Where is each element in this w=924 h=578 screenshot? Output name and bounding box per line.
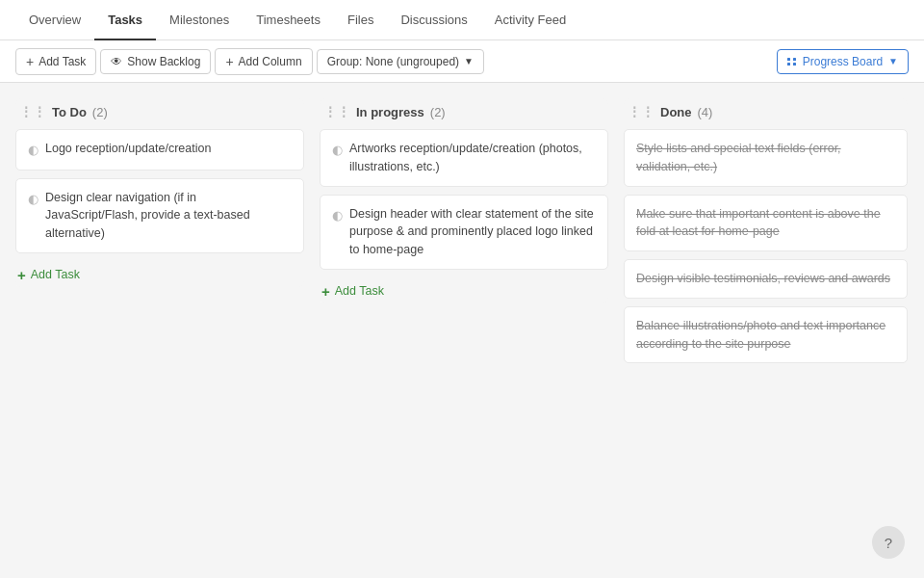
plus-icon-todo: + [17,267,26,283]
card-todo-1-text: Logo reception/update/creation [45,140,292,158]
column-todo-header: ⋮⋮ To Do (2) [15,98,304,129]
plus-icon: + [26,54,34,69]
add-column-button[interactable]: + Add Column [215,48,312,75]
column-inprogress-header: ⋮⋮ In progress (2) [320,98,608,129]
column-done-title: Done [660,105,692,119]
task-icon-todo-1: ◐ [28,141,38,160]
progress-board-button[interactable]: Progress Board ▼ [777,49,909,74]
column-inprogress-title: In progress [356,105,424,119]
column-inprogress-count: (2) [430,105,446,119]
card-done-2-text: Make sure that important content is abov… [636,207,881,239]
column-done-cards: Style lists and special text fields (err… [624,129,908,363]
add-task-inprogress-button[interactable]: + Add Task [320,279,608,303]
drag-handle-inprogress[interactable]: ⋮⋮ [323,104,350,119]
card-done-3-text: Design visible testimonials, reviews and… [636,272,890,285]
drag-handle-done[interactable]: ⋮⋮ [628,104,654,119]
group-dropdown[interactable]: Group: None (ungrouped) ▼ [317,49,484,74]
tab-overview[interactable]: Overview [15,0,94,40]
tab-discussions[interactable]: Discussions [387,0,480,40]
add-column-label: Add Column [239,55,302,68]
nav-tabs: Overview Tasks Milestones Timesheets Fil… [0,0,924,40]
tab-milestones[interactable]: Milestones [156,0,243,40]
card-done-3[interactable]: Design visible testimonials, reviews and… [624,259,908,299]
progress-board-chevron: ▼ [888,56,898,66]
help-button[interactable]: ? [872,526,905,559]
column-todo-count: (2) [92,105,108,119]
task-icon-todo-2: ◐ [28,190,38,209]
show-backlog-label: Show Backlog [127,55,200,68]
card-todo-2[interactable]: ◐ Design clear navigation (if in JavaScr… [15,178,304,253]
drag-handle-todo[interactable]: ⋮⋮ [19,104,46,119]
add-task-ip-label: Add Task [335,284,384,298]
task-icon-ip-1: ◐ [332,141,343,160]
add-task-todo-label: Add Task [31,268,80,281]
add-task-todo-button[interactable]: + Add Task [15,263,304,287]
tab-tasks[interactable]: Tasks [94,0,156,40]
card-todo-1[interactable]: ◐ Logo reception/update/creation [15,129,304,171]
progress-board-label: Progress Board [803,55,883,68]
card-ip-2[interactable]: ◐ Design header with clear statement of … [320,195,608,270]
column-todo-title: To Do [52,105,87,119]
card-ip-2-text: Design header with clear statement of th… [349,205,596,259]
column-inprogress-cards: ◐ Artworks reception/update/creation (ph… [320,129,608,270]
tab-files[interactable]: Files [334,0,387,40]
show-backlog-button[interactable]: 👁 Show Backlog [100,49,211,74]
card-done-4[interactable]: Balance illustrations/photo and text imp… [624,306,908,364]
board-area: ⋮⋮ To Do (2) ◐ Logo reception/update/cre… [0,83,924,578]
help-label: ? [885,535,892,551]
card-ip-1[interactable]: ◐ Artworks reception/update/creation (ph… [320,129,608,187]
column-todo: ⋮⋮ To Do (2) ◐ Logo reception/update/cre… [15,98,304,287]
column-done-header: ⋮⋮ Done (4) [624,98,908,129]
card-todo-2-text: Design clear navigation (if in JavaScrip… [45,189,292,243]
progress-board-icon [787,58,797,66]
eye-icon: 👁 [111,55,122,68]
card-done-2[interactable]: Make sure that important content is abov… [624,195,908,252]
add-task-label: Add Task [38,55,86,68]
add-task-button[interactable]: + Add Task [15,48,96,75]
toolbar: + Add Task 👁 Show Backlog + Add Column G… [0,40,924,83]
card-done-4-text: Balance illustrations/photo and text imp… [636,319,886,351]
column-done-count: (4) [698,105,713,119]
card-ip-1-text: Artworks reception/update/creation (phot… [349,140,596,176]
tab-activity-feed[interactable]: Activity Feed [481,0,579,40]
tab-timesheets[interactable]: Timesheets [243,0,334,40]
card-done-1-text: Style lists and special text fields (err… [636,142,841,173]
chevron-down-icon: ▼ [464,56,474,66]
column-inprogress: ⋮⋮ In progress (2) ◐ Artworks reception/… [320,98,608,303]
plus-icon-col: + [225,54,233,69]
card-done-1[interactable]: Style lists and special text fields (err… [624,129,908,187]
task-icon-ip-2: ◐ [332,206,343,225]
plus-icon-ip: + [321,283,330,300]
column-done: ⋮⋮ Done (4) Style lists and special text… [624,98,908,363]
group-label: Group: None (ungrouped) [327,55,459,68]
column-todo-cards: ◐ Logo reception/update/creation ◐ Desig… [15,129,304,253]
